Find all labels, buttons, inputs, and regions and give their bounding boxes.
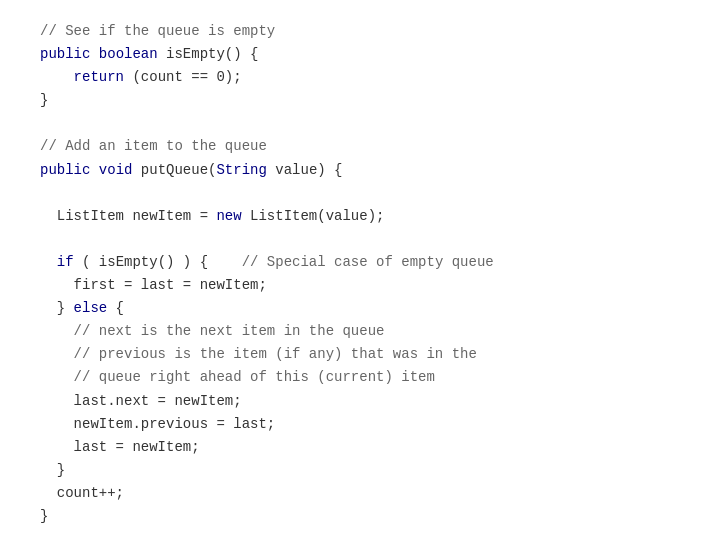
code-line <box>40 182 680 205</box>
code-line: last = newItem; <box>40 436 680 459</box>
code-line: // See if the queue is empty <box>40 20 680 43</box>
code-line: ListItem newItem = new ListItem(value); <box>40 205 680 228</box>
code-line: public void putQueue(String value) { <box>40 159 680 182</box>
code-line: public boolean isEmpty() { <box>40 43 680 66</box>
code-line: if ( isEmpty() ) { // Special case of em… <box>40 251 680 274</box>
code-block: // See if the queue is emptypublic boole… <box>40 20 680 528</box>
code-line: } <box>40 505 680 528</box>
code-line: last.next = newItem; <box>40 390 680 413</box>
code-line: newItem.previous = last; <box>40 413 680 436</box>
code-line: // previous is the item (if any) that wa… <box>40 343 680 366</box>
code-line: // queue right ahead of this (current) i… <box>40 366 680 389</box>
code-line <box>40 228 680 251</box>
code-line: return (count == 0); <box>40 66 680 89</box>
code-line <box>40 112 680 135</box>
code-line: // Add an item to the queue <box>40 135 680 158</box>
code-line: first = last = newItem; <box>40 274 680 297</box>
code-line: } <box>40 89 680 112</box>
code-line: count++; <box>40 482 680 505</box>
code-line: } <box>40 459 680 482</box>
code-line: // next is the next item in the queue <box>40 320 680 343</box>
code-container: // See if the queue is emptypublic boole… <box>0 0 720 540</box>
code-line: } else { <box>40 297 680 320</box>
